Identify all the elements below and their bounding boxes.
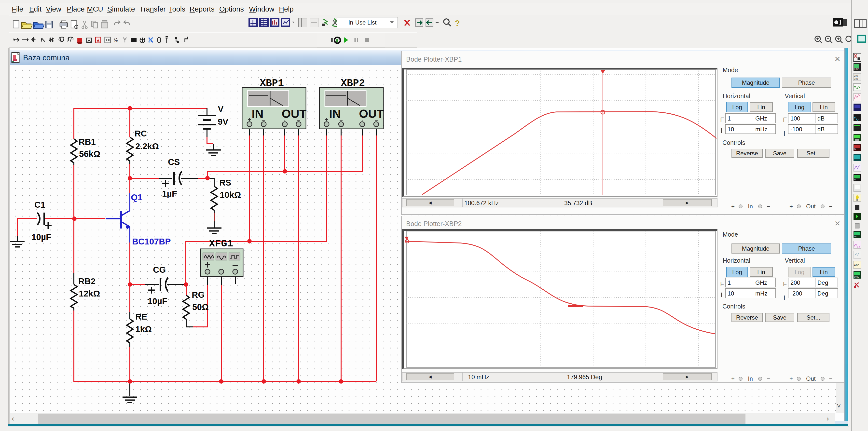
- svg-text:10µF: 10µF: [31, 232, 51, 242]
- svg-text:C1: C1: [34, 200, 45, 209]
- svg-text:XFG1: XFG1: [209, 238, 233, 250]
- svg-text:FUNC: FUNC: [854, 68, 859, 71]
- svg-text:1kΩ: 1kΩ: [135, 324, 152, 334]
- svg-text:OUT: OUT: [359, 107, 384, 120]
- svg-text:IN: IN: [252, 107, 264, 120]
- svg-text:10kΩ: 10kΩ: [220, 190, 241, 200]
- svg-text:56kΩ: 56kΩ: [79, 149, 100, 159]
- svg-text:IV: IV: [854, 148, 856, 151]
- svg-text:Q1: Q1: [131, 192, 143, 202]
- svg-text:RS: RS: [219, 178, 231, 187]
- svg-text:CG: CG: [153, 265, 166, 274]
- svg-text:BODE: BODE: [854, 276, 859, 278]
- svg-text:IN: IN: [329, 107, 341, 120]
- svg-text:RB2: RB2: [78, 276, 95, 286]
- svg-text:RF: RF: [854, 178, 857, 181]
- svg-text:RB1: RB1: [79, 137, 96, 146]
- svg-text:9V: 9V: [218, 117, 228, 126]
- svg-text:RG: RG: [192, 290, 205, 299]
- svg-text:10µF: 10µF: [148, 296, 167, 306]
- svg-text:2.2kΩ: 2.2kΩ: [135, 141, 159, 151]
- svg-text:V: V: [218, 104, 224, 113]
- svg-text:1µF: 1µF: [162, 189, 177, 198]
- svg-text:OUT: OUT: [282, 107, 306, 120]
- svg-text:BC107BP: BC107BP: [132, 237, 171, 246]
- svg-text:CS: CS: [168, 157, 180, 167]
- svg-text:0.00: 0.00: [854, 74, 858, 77]
- svg-text:NET: NET: [854, 235, 858, 238]
- svg-text:50Ω: 50Ω: [192, 302, 209, 312]
- svg-text:ABC: ABC: [854, 264, 859, 267]
- svg-text:RE: RE: [135, 312, 147, 321]
- svg-text:12kΩ: 12kΩ: [79, 289, 100, 298]
- svg-text:RC: RC: [134, 129, 147, 138]
- svg-text:0.00: 0.00: [854, 77, 858, 80]
